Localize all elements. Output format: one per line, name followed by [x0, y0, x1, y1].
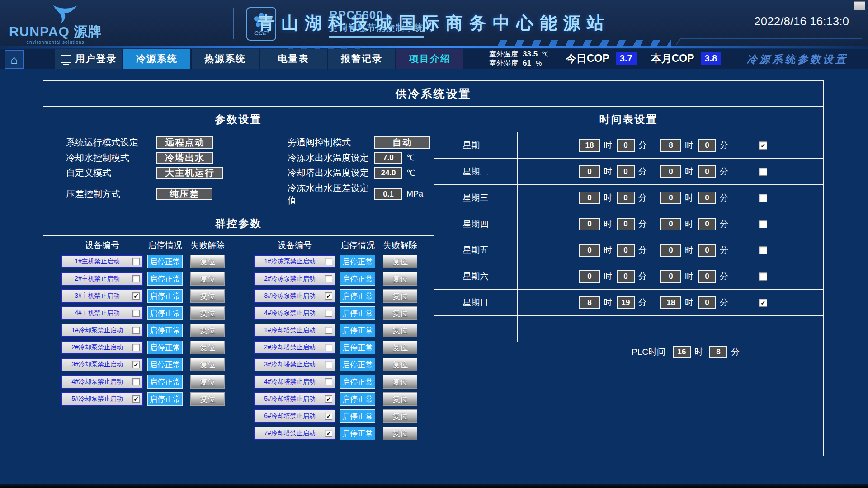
reset-button[interactable]: 复位 [383, 392, 417, 406]
on-minute-box[interactable]: 0 [617, 218, 635, 230]
off-minute-box[interactable]: 0 [698, 192, 716, 204]
nav-tab-5[interactable]: 报警记录 [328, 49, 395, 69]
custom-mode-button[interactable]: 大主机运行 [156, 167, 223, 179]
nav-tab-6[interactable]: 项目介绍 [396, 49, 463, 69]
start-stop-status-button[interactable]: 启停正常 [340, 392, 375, 406]
device-disable-toggle[interactable]: 4#主机禁止启动 [61, 306, 143, 320]
start-stop-status-button[interactable]: 启停正常 [147, 392, 183, 406]
start-stop-status-button[interactable]: 启停正常 [340, 427, 375, 440]
device-disable-toggle[interactable]: 3#冷却塔禁止启动 [254, 358, 335, 371]
schedule-enable-checkbox[interactable] [759, 194, 767, 202]
device-checkbox[interactable] [325, 310, 332, 317]
bypass-valve-mode-button[interactable]: 自动 [374, 136, 430, 149]
on-hour-box[interactable]: 8 [579, 296, 600, 309]
start-stop-status-button[interactable]: 启停正常 [147, 375, 183, 389]
device-checkbox[interactable]: ✓ [132, 361, 140, 368]
device-disable-toggle[interactable]: 2#冷却塔禁止启动 [254, 341, 335, 354]
off-hour-box[interactable]: 0 [660, 270, 681, 283]
device-disable-toggle[interactable]: 4#冷冻泵禁止启动 [254, 306, 335, 320]
reset-button[interactable]: 复位 [383, 255, 417, 268]
device-checkbox[interactable]: ✓ [132, 292, 140, 300]
device-checkbox[interactable] [325, 361, 332, 368]
reset-button[interactable]: 复位 [190, 375, 225, 389]
system-run-mode-button[interactable]: 远程点动 [156, 136, 213, 149]
device-disable-toggle[interactable]: 4#冷却塔禁止启动 [254, 375, 335, 389]
schedule-enable-checkbox[interactable] [759, 168, 767, 176]
device-checkbox[interactable] [132, 327, 140, 334]
schedule-enable-checkbox[interactable]: ✓ [759, 299, 767, 307]
start-stop-status-button[interactable]: 启停正常 [340, 375, 375, 389]
device-checkbox[interactable] [132, 275, 140, 282]
device-disable-toggle[interactable]: 1#冷却塔禁止启动 [254, 324, 335, 337]
device-disable-toggle[interactable]: 3#冷却泵禁止启动✓ [61, 358, 143, 371]
reset-button[interactable]: 复位 [383, 306, 417, 320]
on-minute-box[interactable]: 0 [617, 192, 635, 204]
device-checkbox[interactable]: ✓ [132, 395, 140, 403]
start-stop-status-button[interactable]: 启停正常 [147, 272, 183, 286]
off-hour-box[interactable]: 0 [660, 244, 681, 257]
nav-tab-3[interactable]: 热源系统 [192, 49, 259, 69]
device-checkbox[interactable] [132, 344, 140, 351]
device-checkbox[interactable]: ✓ [325, 395, 332, 403]
reset-button[interactable]: 复位 [383, 358, 417, 371]
pressure-diff-mode-button[interactable]: 纯压差 [156, 188, 212, 200]
on-hour-box[interactable]: 18 [579, 139, 600, 152]
schedule-enable-checkbox[interactable]: ✓ [759, 141, 767, 150]
minimize-button[interactable]: − [854, 1, 865, 10]
schedule-enable-checkbox[interactable] [759, 272, 767, 281]
reset-button[interactable]: 复位 [383, 289, 417, 303]
off-minute-box[interactable]: 0 [698, 270, 716, 283]
off-hour-box[interactable]: 8 [660, 139, 681, 152]
device-disable-toggle[interactable]: 2#冷却泵禁止启动 [61, 341, 143, 354]
on-hour-box[interactable]: 0 [579, 244, 600, 257]
nav-tab-2[interactable]: 冷源系统 [123, 49, 190, 69]
pressure-diff-setpoint[interactable]: 0.1 [374, 188, 402, 200]
device-disable-toggle[interactable]: 6#冷却塔禁止启动✓ [254, 409, 335, 423]
reset-button[interactable]: 复位 [190, 341, 225, 354]
device-checkbox[interactable]: ✓ [325, 292, 332, 300]
device-disable-toggle[interactable]: 3#主机禁止启动✓ [61, 289, 143, 303]
reset-button[interactable]: 复位 [383, 427, 417, 440]
schedule-enable-checkbox[interactable] [759, 246, 767, 254]
off-minute-box[interactable]: 0 [698, 296, 716, 309]
off-hour-box[interactable]: 18 [660, 296, 681, 309]
cooling-water-mode-button[interactable]: 冷塔出水 [156, 152, 213, 164]
on-hour-box[interactable]: 0 [579, 270, 600, 283]
reset-button[interactable]: 复位 [383, 409, 417, 423]
off-minute-box[interactable]: 0 [698, 244, 716, 257]
device-checkbox[interactable] [132, 258, 140, 265]
on-hour-box[interactable]: 0 [579, 192, 600, 204]
on-minute-box[interactable]: 0 [617, 244, 635, 257]
start-stop-status-button[interactable]: 启停正常 [340, 272, 375, 286]
off-minute-box[interactable]: 0 [698, 165, 716, 178]
reset-button[interactable]: 复位 [190, 324, 225, 337]
reset-button[interactable]: 复位 [190, 255, 225, 268]
device-disable-toggle[interactable]: 4#冷却泵禁止启动 [61, 375, 143, 389]
device-disable-toggle[interactable]: 2#主机禁止启动 [61, 272, 143, 286]
off-minute-box[interactable]: 0 [698, 139, 716, 152]
reset-button[interactable]: 复位 [190, 306, 225, 320]
device-checkbox[interactable]: ✓ [325, 413, 332, 420]
device-disable-toggle[interactable]: 2#冷冻泵禁止启动 [254, 272, 335, 286]
on-hour-box[interactable]: 0 [579, 218, 600, 230]
on-hour-box[interactable]: 0 [579, 165, 600, 178]
start-stop-status-button[interactable]: 启停正常 [340, 306, 375, 320]
off-hour-box[interactable]: 0 [660, 192, 681, 204]
start-stop-status-button[interactable]: 启停正常 [340, 358, 375, 371]
device-disable-toggle[interactable]: 1#冷却泵禁止启动 [61, 324, 143, 337]
reset-button[interactable]: 复位 [190, 289, 225, 303]
device-checkbox[interactable] [325, 275, 332, 282]
nav-tab-1[interactable]: 用户登录 [55, 49, 122, 69]
off-hour-box[interactable]: 0 [660, 218, 681, 230]
device-checkbox[interactable] [132, 310, 140, 317]
device-checkbox[interactable]: ✓ [325, 430, 332, 437]
on-minute-box[interactable]: 19 [617, 296, 635, 309]
on-minute-box[interactable]: 0 [617, 139, 635, 152]
schedule-enable-checkbox[interactable] [759, 220, 767, 228]
device-checkbox[interactable] [325, 378, 332, 385]
off-hour-box[interactable]: 0 [660, 165, 681, 178]
start-stop-status-button[interactable]: 启停正常 [147, 324, 183, 337]
device-disable-toggle[interactable]: 5#冷却泵禁止启动✓ [61, 392, 143, 406]
start-stop-status-button[interactable]: 启停正常 [340, 324, 375, 337]
reset-button[interactable]: 复位 [190, 272, 225, 286]
